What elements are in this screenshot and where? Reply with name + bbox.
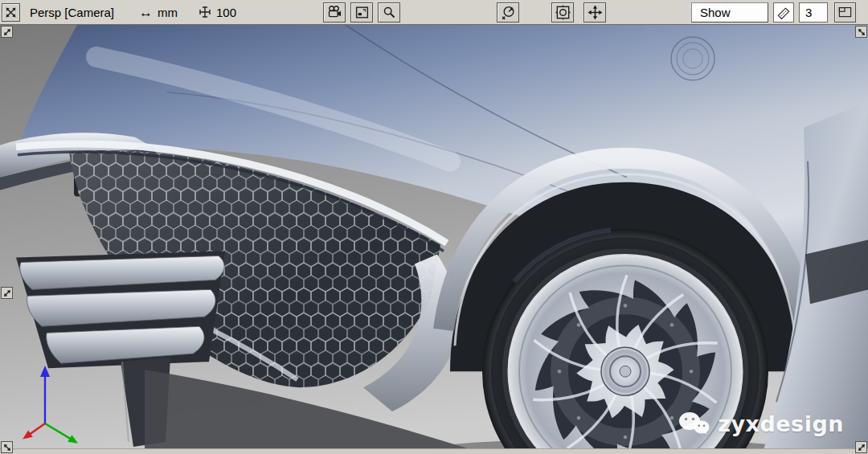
car-model-render: [0, 25, 868, 454]
pane-layout-icon: [837, 5, 853, 20]
view-window-button[interactable]: [350, 2, 373, 22]
box-circle-icon: [555, 5, 571, 20]
window-resize-corner-icon[interactable]: [2, 3, 20, 22]
movie-camera-icon: [327, 5, 342, 20]
show-menu-label: Show: [700, 6, 731, 19]
watermark: zyxdesign: [678, 411, 844, 436]
grid-snap-icon[interactable]: [199, 6, 211, 18]
pane-resize-handle-bottom-left[interactable]: [1, 441, 13, 453]
pane-resize-handle-mid-left[interactable]: [1, 287, 13, 299]
orbit-icon: [501, 5, 516, 20]
zoom-box-button[interactable]: [378, 2, 400, 22]
render-region-button[interactable]: [551, 2, 574, 22]
pane-resize-handle-top-left[interactable]: [1, 26, 13, 38]
view-mode-label[interactable]: Persp [Camera]: [30, 0, 114, 24]
resize-x-icon: [4, 6, 18, 19]
pan-button[interactable]: [583, 2, 606, 22]
window-bottom-edge: [0, 448, 868, 454]
ruler-icon: [776, 5, 792, 21]
view-window-icon: [354, 5, 370, 20]
pane-layout-button[interactable]: [834, 2, 856, 22]
magnifier-icon: [382, 5, 397, 20]
show-menu-button[interactable]: Show: [691, 2, 768, 22]
viewport-3d[interactable]: zyxdesign: [0, 25, 868, 454]
pane-resize-handle-top-right[interactable]: [855, 26, 867, 38]
pane-resize-handle-bottom-right[interactable]: [855, 441, 867, 453]
world-axis-gizmo: [11, 356, 92, 451]
grid-group: 100: [199, 0, 236, 24]
axis-x-red: [20, 420, 47, 443]
watermark-text: zyxdesign: [718, 411, 844, 436]
units-label[interactable]: mm: [158, 6, 178, 19]
pan-move-icon: [588, 5, 603, 20]
viewport-toolbar: Persp [Camera] ↔ mm 100: [0, 0, 868, 25]
axis-y-green: [43, 420, 80, 447]
movie-camera-button[interactable]: [323, 2, 346, 22]
wechat-icon: [678, 411, 710, 436]
ruler-button[interactable]: [773, 2, 794, 22]
layer-value: 3: [805, 6, 812, 19]
units-group: ↔ mm: [139, 0, 178, 24]
stretch-icon[interactable]: ↔: [139, 6, 153, 19]
alias-3d-application: { "toolbar": { "view_label": "Persp [Cam…: [0, 0, 868, 454]
grid-size-value[interactable]: 100: [216, 6, 236, 19]
layer-value-box[interactable]: 3: [799, 2, 828, 22]
orbit-button[interactable]: [497, 2, 519, 22]
